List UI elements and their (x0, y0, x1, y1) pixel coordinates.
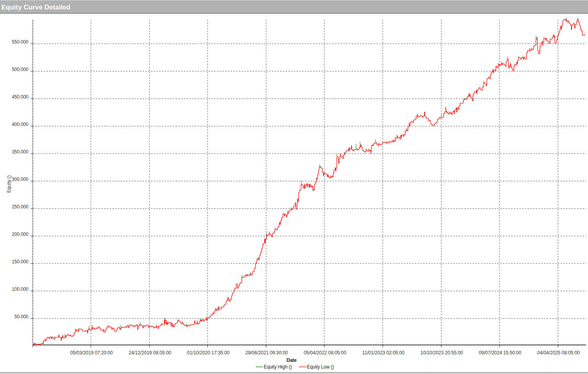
svg-text:200.000: 200.000 (12, 232, 28, 237)
svg-text:10/10/2023 20:55:00: 10/10/2023 20:55:00 (420, 350, 463, 356)
svg-text:24/12/2019 08:05:00: 24/12/2019 08:05:00 (129, 350, 172, 356)
svg-text:50.000: 50.000 (15, 314, 29, 319)
svg-text:Equity Curve Detailed: Equity Curve Detailed (2, 4, 71, 11)
svg-text:400.000: 400.000 (12, 122, 28, 127)
svg-text:29/06/2021 09:30:00: 29/06/2021 09:30:00 (245, 350, 288, 356)
svg-text:500.000: 500.000 (12, 67, 28, 72)
svg-text:05/03/2019 07:20:00: 05/03/2019 07:20:00 (70, 350, 113, 356)
svg-text:Equity High (): Equity High () (264, 364, 292, 370)
svg-text:11/01/2023 02:05:00: 11/01/2023 02:05:00 (362, 350, 405, 356)
svg-text:300.000: 300.000 (12, 177, 28, 182)
svg-text:450.000: 450.000 (12, 94, 28, 100)
svg-text:100.000: 100.000 (12, 286, 28, 292)
svg-text:Date: Date (286, 358, 297, 363)
svg-text:350.000: 350.000 (12, 149, 28, 155)
svg-text:Equity (): Equity () (6, 175, 12, 193)
svg-text:09/07/2024 15:50:00: 09/07/2024 15:50:00 (479, 350, 522, 356)
svg-text:550.000: 550.000 (12, 39, 28, 45)
svg-text:150.000: 150.000 (12, 259, 28, 265)
svg-text:05/04/2022 08:05:00: 05/04/2022 08:05:00 (304, 350, 346, 356)
svg-text:250.000: 250.000 (12, 204, 28, 210)
svg-text:01/10/2020 17:35:00: 01/10/2020 17:35:00 (187, 350, 230, 356)
svg-text:04/04/2025 08:05:00: 04/04/2025 08:05:00 (537, 350, 580, 356)
svg-text:Equity Low (): Equity Low () (307, 364, 334, 370)
